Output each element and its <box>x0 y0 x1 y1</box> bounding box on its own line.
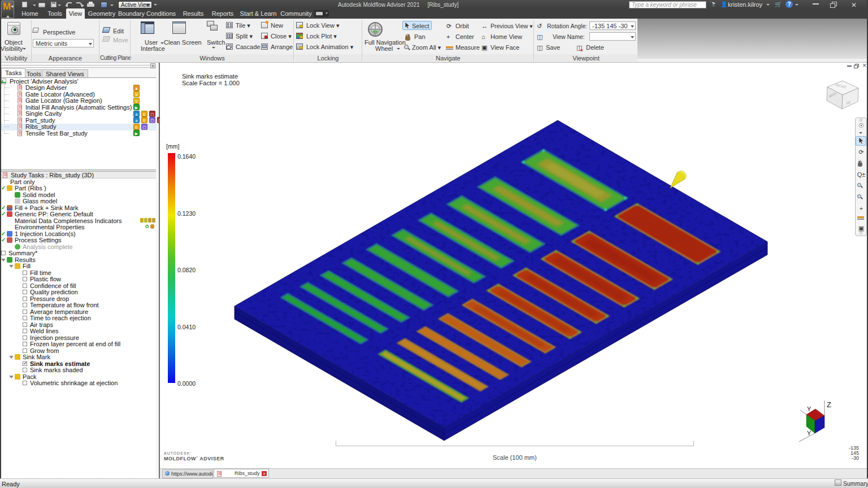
svg-text:Y: Y <box>807 406 811 412</box>
svg-text:Z: Z <box>827 400 831 409</box>
svg-text:Y: Y <box>807 430 811 437</box>
